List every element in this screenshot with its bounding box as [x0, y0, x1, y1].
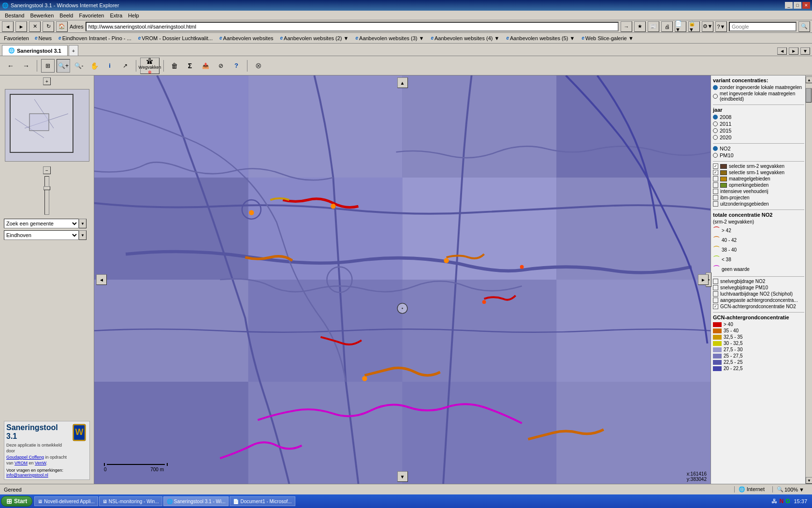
fav-item-aanbevolen2[interactable]: e Aanbevolen websites (2) ▼: [277, 35, 352, 42]
fav-item-news[interactable]: e News: [32, 35, 55, 42]
zoom-slider[interactable]: [44, 176, 49, 215]
jaar-2015-radio[interactable]: [713, 128, 718, 133]
municipality-dropdown-arrow[interactable]: ▼: [79, 230, 87, 240]
taskbar-saneringstool[interactable]: 🌐 Saneringstool 3.1 - Wi...: [163, 496, 229, 506]
legend-toggle[interactable]: ►: [710, 272, 711, 287]
map-arrow-right[interactable]: ►: [698, 274, 709, 285]
start-button[interactable]: ⊞ Start: [1, 496, 32, 507]
zoom-out-left[interactable]: −: [43, 166, 51, 174]
home-button[interactable]: 🏠: [56, 21, 68, 32]
right-scroll-down[interactable]: ▼: [806, 477, 812, 484]
help-nav-button[interactable]: ?▼: [715, 21, 727, 32]
venw-link[interactable]: VenW: [35, 461, 46, 465]
pm10-radio[interactable]: [713, 153, 718, 158]
right-scroll-thumb[interactable]: [806, 88, 812, 103]
layer-luchtvaart-check[interactable]: [713, 291, 718, 297]
wegvak-tool[interactable]: 🛣 Wegvakken ⊗: [140, 58, 160, 74]
search-go-button[interactable]: 🔍: [798, 21, 810, 32]
menu-help[interactable]: Help: [125, 12, 142, 19]
layer-snelweg-no2-check[interactable]: [713, 279, 718, 284]
page-button[interactable]: 📄▼: [675, 21, 686, 32]
fav-item-webslice[interactable]: e Web Slice-galerie ▼: [579, 35, 637, 42]
zoom-slider-thumb[interactable]: [44, 186, 50, 190]
search-input[interactable]: [729, 22, 797, 31]
minimize-button[interactable]: _: [785, 2, 793, 9]
menu-favorieten[interactable]: Favorieten: [76, 12, 107, 19]
address-input[interactable]: [86, 22, 619, 31]
export-tool[interactable]: 📤: [199, 59, 212, 73]
tab-new[interactable]: +: [69, 45, 78, 56]
layer-maatregelgebieden-check[interactable]: [713, 176, 718, 181]
tab-saneringstool[interactable]: 🌐 Saneringstool 3.1: [2, 45, 68, 56]
zoom-dropdown[interactable]: ▼: [799, 487, 804, 493]
variant-with-radio[interactable]: [713, 94, 718, 99]
tab-scroll-left[interactable]: ◄: [777, 47, 787, 55]
nav-back-tool[interactable]: ←: [4, 59, 17, 73]
close-button[interactable]: ✕: [802, 2, 810, 9]
gemeente-dropdown-arrow[interactable]: ▼: [79, 219, 87, 228]
pan-tool[interactable]: ✋: [87, 59, 101, 73]
no2-radio[interactable]: [713, 146, 718, 151]
fav-item-vrom[interactable]: e VROM - Dossier Luchtkwalit...: [135, 35, 216, 42]
tab-list[interactable]: ▼: [800, 47, 810, 55]
go-button[interactable]: →: [621, 21, 632, 32]
fav-item-aanbevolen5[interactable]: e Aanbevolen websites (5) ▼: [503, 35, 578, 42]
favorites-star[interactable]: ★: [634, 21, 646, 32]
zoom-out-tool[interactable]: 🔍-: [72, 59, 86, 73]
back-button[interactable]: ◄: [2, 21, 14, 32]
print-button[interactable]: 🖨: [661, 21, 673, 32]
taskbar-novell[interactable]: 🖥 Novell-delivered Appli...: [34, 496, 98, 506]
map-arrow-left[interactable]: ◄: [96, 274, 107, 285]
forward-button[interactable]: ►: [15, 21, 27, 32]
nav-forward-tool[interactable]: →: [19, 59, 33, 73]
goudappel-link[interactable]: Goudappel Coffeng: [6, 455, 44, 460]
taskbar-nsl[interactable]: 🖥 NSL-monitoring - Win...: [99, 496, 162, 506]
map-svg[interactable]: [94, 75, 710, 484]
identify-tool[interactable]: ↗: [118, 59, 132, 73]
fav-item-eindhoven[interactable]: e Eindhoven Intranet - Pino - ...: [56, 35, 134, 42]
menu-extra[interactable]: Extra: [107, 12, 125, 19]
jaar-2011-radio[interactable]: [713, 121, 718, 126]
tab-scroll-right[interactable]: ►: [789, 47, 798, 55]
delete-tool[interactable]: 🗑: [168, 59, 181, 73]
municipality-select[interactable]: Eindhoven: [4, 230, 79, 240]
help-tool[interactable]: ?: [230, 59, 243, 73]
info-tool[interactable]: i: [103, 59, 116, 73]
stop-calc-tool[interactable]: ⊘: [214, 59, 228, 73]
map-arrow-down[interactable]: ▼: [397, 471, 408, 482]
sum-tool[interactable]: Σ: [183, 59, 197, 73]
stop-button[interactable]: ✕: [29, 21, 41, 32]
layer-veehouderij-check[interactable]: [713, 189, 718, 194]
layer-srm2-check[interactable]: ✓: [713, 164, 718, 169]
fav-item-aanbevolen1[interactable]: e Aanbevolen websites: [217, 35, 276, 42]
safety-button[interactable]: 🔒▼: [688, 21, 700, 32]
taskbar-word[interactable]: 📄 Document1 - Microsof...: [230, 496, 295, 506]
layer-ibm-check[interactable]: [713, 195, 718, 200]
zoom-in-tool[interactable]: 🔍+: [57, 59, 70, 73]
zoom-rect-tool[interactable]: ⊞: [41, 59, 55, 73]
menu-bestand[interactable]: Bestand: [2, 12, 27, 19]
layer-uitzonderingsgebieden-check[interactable]: [713, 201, 718, 207]
feeds-button[interactable]: 📰: [648, 21, 659, 32]
layer-gcn-check[interactable]: ✓: [713, 304, 718, 309]
gemeente-dropdown[interactable]: Zoek een gemeente: [4, 219, 79, 228]
menu-bewerken[interactable]: Bewerken: [27, 12, 57, 19]
collapse-tool[interactable]: ⊗: [251, 59, 265, 73]
extra-button[interactable]: ⚙▼: [702, 21, 713, 32]
layer-snelweg-pm10-check[interactable]: [713, 285, 718, 290]
fav-item-aanbevolen4[interactable]: e Aanbevolen websites (4) ▼: [428, 35, 502, 42]
layer-opmerkinggebieden-check[interactable]: [713, 182, 718, 188]
menu-beeld[interactable]: Beeld: [57, 12, 76, 19]
contact-email[interactable]: info@saneringstool.nl: [6, 473, 70, 478]
layer-srm1-check[interactable]: ✓: [713, 170, 718, 175]
jaar-2008-radio[interactable]: [713, 115, 718, 120]
map-area[interactable]: ▲ ▼ ◄ ►: [94, 75, 710, 484]
jaar-2020-radio[interactable]: [713, 135, 718, 140]
map-arrow-up[interactable]: ▲: [397, 77, 408, 88]
right-scroll-up[interactable]: ▲: [806, 76, 812, 83]
maximize-button[interactable]: □: [794, 2, 801, 9]
vrom-link[interactable]: VROM: [14, 461, 28, 465]
variant-without-radio[interactable]: [713, 85, 718, 90]
zoom-in-left[interactable]: +: [43, 77, 51, 85]
fav-item-aanbevolen3[interactable]: e Aanbevolen websites (3) ▼: [352, 35, 427, 42]
